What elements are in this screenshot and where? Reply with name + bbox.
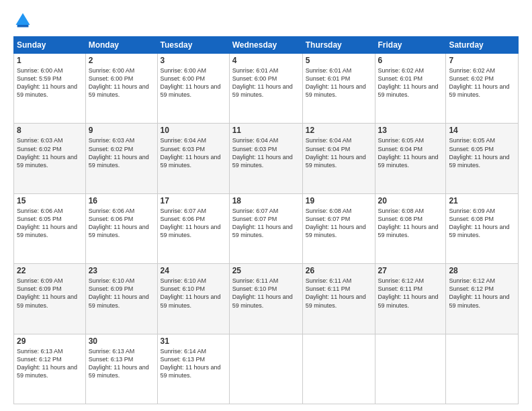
weekday-sunday: Sunday [14,37,86,54]
day-info: Sunrise: 6:04 AM Sunset: 6:03 PM Dayligh… [161,136,226,169]
calendar-cell: 31 Sunrise: 6:14 AM Sunset: 6:13 PM Dayl… [157,334,229,404]
week-row-1: 1 Sunrise: 6:00 AM Sunset: 5:59 PM Dayli… [14,54,519,124]
day-info: Sunrise: 6:06 AM Sunset: 6:05 PM Dayligh… [17,207,83,240]
day-info: Sunrise: 6:12 AM Sunset: 6:12 PM Dayligh… [449,277,515,310]
day-info: Sunrise: 6:00 AM Sunset: 5:59 PM Dayligh… [17,66,83,99]
day-number: 15 [17,196,83,205]
day-info: Sunrise: 6:10 AM Sunset: 6:09 PM Dayligh… [89,277,154,310]
day-number: 7 [449,56,515,65]
calendar-table: SundayMondayTuesdayWednesdayThursdayFrid… [13,36,519,404]
day-info: Sunrise: 6:05 AM Sunset: 6:04 PM Dayligh… [378,136,443,169]
day-info: Sunrise: 6:11 AM Sunset: 6:11 PM Dayligh… [306,277,372,310]
calendar-cell [375,334,446,404]
calendar-cell: 20 Sunrise: 6:08 AM Sunset: 6:08 PM Dayl… [375,193,446,263]
day-info: Sunrise: 6:13 AM Sunset: 6:13 PM Dayligh… [89,347,154,380]
day-number: 26 [306,266,372,275]
day-info: Sunrise: 6:01 AM Sunset: 6:01 PM Dayligh… [306,66,372,99]
calendar-cell: 13 Sunrise: 6:05 AM Sunset: 6:04 PM Dayl… [375,124,446,193]
day-number: 31 [161,336,226,346]
day-info: Sunrise: 6:14 AM Sunset: 6:13 PM Dayligh… [161,347,226,380]
calendar-cell: 22 Sunrise: 6:09 AM Sunset: 6:09 PM Dayl… [14,264,86,334]
calendar-body: 1 Sunrise: 6:00 AM Sunset: 5:59 PM Dayli… [14,54,519,404]
weekday-wednesday: Wednesday [229,37,302,54]
day-info: Sunrise: 6:06 AM Sunset: 6:06 PM Dayligh… [89,207,154,240]
weekday-friday: Friday [375,37,446,54]
header [13,11,519,30]
weekday-tuesday: Tuesday [157,37,229,54]
calendar-cell: 6 Sunrise: 6:02 AM Sunset: 6:01 PM Dayli… [375,54,446,124]
calendar-cell: 18 Sunrise: 6:07 AM Sunset: 6:07 PM Dayl… [229,193,302,263]
calendar-cell: 28 Sunrise: 6:12 AM Sunset: 6:12 PM Dayl… [446,264,519,334]
calendar-cell [446,334,519,404]
day-number: 8 [17,126,83,135]
calendar-cell: 21 Sunrise: 6:09 AM Sunset: 6:08 PM Dayl… [446,193,519,263]
calendar-cell: 24 Sunrise: 6:10 AM Sunset: 6:10 PM Dayl… [157,264,229,334]
day-number: 13 [378,126,443,135]
calendar-cell [302,334,375,404]
weekday-thursday: Thursday [302,37,375,54]
day-info: Sunrise: 6:00 AM Sunset: 6:00 PM Dayligh… [89,66,154,99]
calendar-cell: 1 Sunrise: 6:00 AM Sunset: 5:59 PM Dayli… [14,54,86,124]
day-number: 2 [89,56,154,65]
day-number: 28 [449,266,515,275]
day-number: 23 [89,266,154,275]
logo [13,11,34,30]
day-info: Sunrise: 6:04 AM Sunset: 6:04 PM Dayligh… [306,136,372,169]
day-info: Sunrise: 6:07 AM Sunset: 6:07 PM Dayligh… [232,207,300,240]
logo-icon [13,11,32,30]
weekday-monday: Monday [85,37,157,54]
day-info: Sunrise: 6:02 AM Sunset: 6:02 PM Dayligh… [449,66,515,99]
calendar-cell: 4 Sunrise: 6:01 AM Sunset: 6:00 PM Dayli… [229,54,302,124]
day-info: Sunrise: 6:02 AM Sunset: 6:01 PM Dayligh… [378,66,443,99]
calendar-cell: 25 Sunrise: 6:11 AM Sunset: 6:10 PM Dayl… [229,264,302,334]
day-info: Sunrise: 6:11 AM Sunset: 6:10 PM Dayligh… [232,277,300,310]
calendar-cell: 19 Sunrise: 6:08 AM Sunset: 6:07 PM Dayl… [302,193,375,263]
calendar-cell: 8 Sunrise: 6:03 AM Sunset: 6:02 PM Dayli… [14,124,86,193]
day-info: Sunrise: 6:12 AM Sunset: 6:11 PM Dayligh… [378,277,443,310]
day-number: 9 [89,126,154,135]
day-number: 1 [17,56,83,65]
week-row-4: 22 Sunrise: 6:09 AM Sunset: 6:09 PM Dayl… [14,264,519,334]
day-number: 22 [17,266,83,275]
day-number: 25 [232,266,300,275]
week-row-3: 15 Sunrise: 6:06 AM Sunset: 6:05 PM Dayl… [14,193,519,263]
calendar-cell: 11 Sunrise: 6:04 AM Sunset: 6:03 PM Dayl… [229,124,302,193]
calendar-cell [229,334,302,404]
day-number: 20 [378,196,443,205]
calendar-cell: 29 Sunrise: 6:13 AM Sunset: 6:12 PM Dayl… [14,334,86,404]
calendar-cell: 23 Sunrise: 6:10 AM Sunset: 6:09 PM Dayl… [85,264,157,334]
day-info: Sunrise: 6:13 AM Sunset: 6:12 PM Dayligh… [17,347,83,380]
day-info: Sunrise: 6:04 AM Sunset: 6:03 PM Dayligh… [232,136,300,169]
day-number: 17 [161,196,226,205]
day-number: 5 [306,56,372,65]
day-number: 3 [161,56,226,65]
day-info: Sunrise: 6:05 AM Sunset: 6:05 PM Dayligh… [449,136,515,169]
calendar-cell: 2 Sunrise: 6:00 AM Sunset: 6:00 PM Dayli… [85,54,157,124]
day-number: 4 [232,56,300,65]
day-info: Sunrise: 6:01 AM Sunset: 6:00 PM Dayligh… [232,66,300,99]
day-number: 11 [232,126,300,135]
weekday-saturday: Saturday [446,37,519,54]
day-info: Sunrise: 6:08 AM Sunset: 6:08 PM Dayligh… [378,207,443,240]
day-number: 10 [161,126,226,135]
day-number: 30 [89,336,154,346]
calendar-cell: 9 Sunrise: 6:03 AM Sunset: 6:02 PM Dayli… [85,124,157,193]
day-info: Sunrise: 6:08 AM Sunset: 6:07 PM Dayligh… [306,207,372,240]
calendar-cell: 30 Sunrise: 6:13 AM Sunset: 6:13 PM Dayl… [85,334,157,404]
calendar-cell: 7 Sunrise: 6:02 AM Sunset: 6:02 PM Dayli… [446,54,519,124]
calendar-cell: 15 Sunrise: 6:06 AM Sunset: 6:05 PM Dayl… [14,193,86,263]
svg-marker-0 [16,13,30,26]
day-number: 6 [378,56,443,65]
calendar-cell: 12 Sunrise: 6:04 AM Sunset: 6:04 PM Dayl… [302,124,375,193]
day-info: Sunrise: 6:03 AM Sunset: 6:02 PM Dayligh… [89,136,154,169]
day-number: 27 [378,266,443,275]
day-number: 12 [306,126,372,135]
day-number: 29 [17,336,83,346]
day-info: Sunrise: 6:10 AM Sunset: 6:10 PM Dayligh… [161,277,226,310]
day-info: Sunrise: 6:09 AM Sunset: 6:09 PM Dayligh… [17,277,83,310]
day-number: 18 [232,196,300,205]
calendar-cell: 3 Sunrise: 6:00 AM Sunset: 6:00 PM Dayli… [157,54,229,124]
calendar-cell: 17 Sunrise: 6:07 AM Sunset: 6:06 PM Dayl… [157,193,229,263]
calendar-cell: 5 Sunrise: 6:01 AM Sunset: 6:01 PM Dayli… [302,54,375,124]
calendar-cell: 14 Sunrise: 6:05 AM Sunset: 6:05 PM Dayl… [446,124,519,193]
